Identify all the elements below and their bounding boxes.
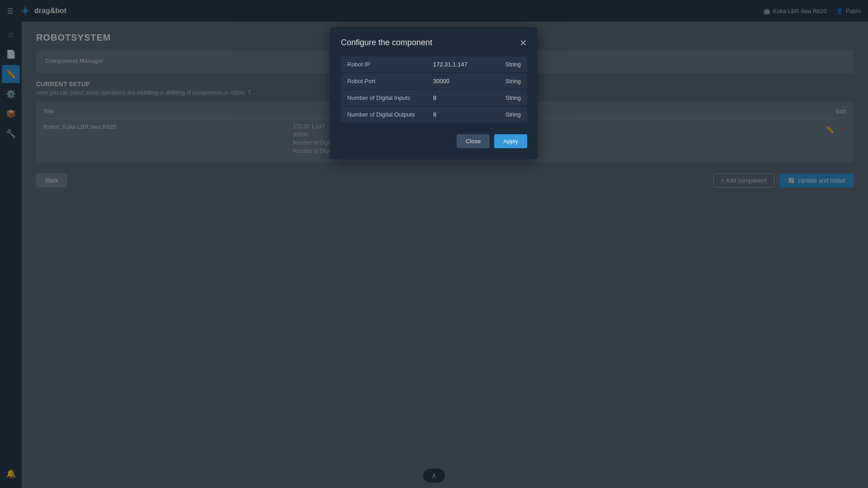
modal-title: Configure the component [341, 38, 432, 47]
modal-close-x-button[interactable]: ✕ [519, 38, 527, 47]
modal-digital-inputs-label: Number of Digital Inputs [341, 89, 427, 106]
modal-robot-port-value[interactable]: 30000 [427, 73, 495, 89]
configure-modal: Configure the component ✕ Robot IP 172.3… [330, 27, 538, 159]
modal-row-robot-ip: Robot IP 172.31.1.147 String [341, 56, 527, 73]
modal-robot-port-type: String [495, 73, 527, 89]
modal-digital-outputs-value[interactable]: 8 [427, 106, 495, 123]
modal-robot-port-label: Robot Port [341, 73, 427, 89]
modal-robot-ip-value[interactable]: 172.31.1.147 [427, 56, 495, 73]
modal-footer: Close Apply [341, 134, 527, 148]
modal-header: Configure the component ✕ [341, 38, 527, 47]
modal-close-button[interactable]: Close [457, 134, 490, 148]
modal-overlay[interactable]: Configure the component ✕ Robot IP 172.3… [0, 0, 868, 488]
modal-robot-ip-type: String [495, 56, 527, 73]
modal-digital-outputs-type: String [495, 106, 527, 123]
modal-digital-inputs-type: String [495, 89, 527, 106]
modal-row-robot-port: Robot Port 30000 String [341, 73, 527, 89]
modal-digital-outputs-label: Number of Digital Outputs [341, 106, 427, 123]
modal-row-digital-inputs: Number of Digital Inputs 8 String [341, 89, 527, 106]
modal-digital-inputs-value[interactable]: 8 [427, 89, 495, 106]
modal-form-table: Robot IP 172.31.1.147 String Robot Port … [341, 56, 527, 123]
modal-row-digital-outputs: Number of Digital Outputs 8 String [341, 106, 527, 123]
modal-robot-ip-label: Robot IP [341, 56, 427, 73]
modal-apply-button[interactable]: Apply [494, 134, 527, 148]
